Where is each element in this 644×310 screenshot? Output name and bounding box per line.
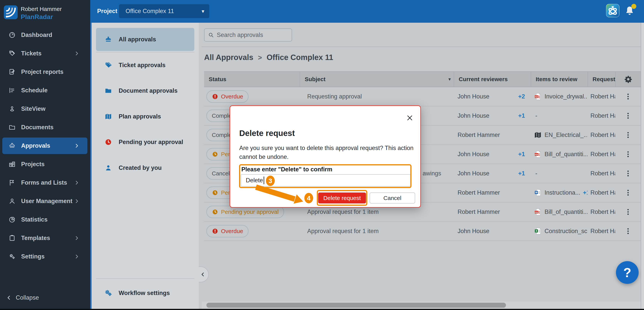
sidebar-item-forms-and-lists[interactable]: Forms and Lists xyxy=(2,175,87,191)
sidebar-item-projects[interactable]: Projects xyxy=(2,156,87,173)
requester-name: Robert Ha xyxy=(590,209,615,215)
requester-name: Robert Ha xyxy=(590,112,615,119)
column-header-status[interactable]: Status xyxy=(204,72,300,87)
more-reviewers-count[interactable]: +2 xyxy=(518,93,525,100)
divider xyxy=(96,52,194,52)
row-menu-kebab-icon[interactable] xyxy=(624,227,632,236)
row-menu-kebab-icon[interactable] xyxy=(624,92,632,101)
sidebar-item-settings[interactable]: Settings xyxy=(2,248,87,265)
project-selector[interactable]: Office Complex 11 ▾ xyxy=(119,4,209,18)
sidebar-item-label: Forms and Lists xyxy=(21,179,67,186)
breadcrumb-current: Office Complex 11 xyxy=(266,53,333,62)
sidebar-item-templates[interactable]: Templates xyxy=(2,230,87,246)
subnav-item-plan-approvals[interactable]: Plan approvals xyxy=(96,105,194,128)
item-file-name[interactable]: Construction_sc... xyxy=(544,228,588,235)
breadcrumb-parent[interactable]: All Approvals xyxy=(204,53,253,62)
modal-body-line2: cannot be undone. xyxy=(239,152,414,161)
excel-file-icon: X xyxy=(534,227,542,235)
notification-bell-icon[interactable] xyxy=(624,5,636,17)
divider xyxy=(96,278,194,279)
sidebar-item-label: SiteView xyxy=(21,105,46,112)
item-file-name[interactable]: Bill_of_quantiti... xyxy=(544,151,588,158)
column-header-items-to-review[interactable]: Items to review xyxy=(531,72,588,87)
more-reviewers-count[interactable]: +1 xyxy=(518,151,525,158)
row-menu-kebab-icon[interactable] xyxy=(624,207,632,217)
text-cursor xyxy=(264,177,264,184)
column-header-current-reviewers[interactable]: Current reviewers xyxy=(454,72,531,87)
chevron-right-icon xyxy=(74,51,80,56)
cancel-button[interactable]: Cancel xyxy=(370,193,415,204)
more-reviewers-count[interactable]: +1 xyxy=(518,170,525,177)
row-menu-kebab-icon[interactable] xyxy=(624,130,632,140)
sidebar-item-project-reports[interactable]: Project reports xyxy=(2,64,87,80)
subnav-item-pending-your-approval[interactable]: Pending your approval xyxy=(96,130,194,154)
item-file-name[interactable]: Instructiona... xyxy=(544,189,580,196)
subnav-item-created-by-you[interactable]: Created by you xyxy=(96,156,194,180)
column-header-requester[interactable]: Requester xyxy=(588,72,615,87)
requester-name: Robert Ha xyxy=(590,131,615,138)
subnav-item-label: Workflow settings xyxy=(119,290,170,296)
svg-text:PDF: PDF xyxy=(535,211,538,213)
subnav-item-document-approvals[interactable]: Document approvals xyxy=(96,79,194,102)
subnav-item-ticket-approvals[interactable]: Ticket approvals xyxy=(96,54,194,77)
approval-row-1[interactable]: OverdueRequesting approvalJohn House+2PD… xyxy=(204,87,641,106)
sidebar-item-statistics[interactable]: Statistics xyxy=(2,211,87,228)
notification-dot xyxy=(631,4,636,9)
sidebar-item-user-management[interactable]: User Management xyxy=(2,193,87,209)
sidebar-collapse-button[interactable]: Collapse xyxy=(6,294,39,301)
search-input[interactable] xyxy=(217,32,286,39)
subject-text: Approval request for 1 item xyxy=(307,228,379,235)
modal-body-line1: Are you sure you want to delete this app… xyxy=(239,144,414,152)
current-reviewer: John House xyxy=(458,228,489,235)
user-block[interactable]: Robert Hammer PlanRadar xyxy=(4,5,86,20)
column-header-subject[interactable]: Subject▾ xyxy=(300,72,454,87)
current-reviewer: John House xyxy=(458,112,489,119)
sidebar-item-siteview[interactable]: SiteView xyxy=(2,101,87,117)
subnav-item-all-approvals[interactable]: All approvals xyxy=(96,28,194,51)
subnav-item-label: Document approvals xyxy=(119,87,178,94)
sidebar-item-label: Project reports xyxy=(21,68,64,75)
horizontal-scrollbar[interactable] xyxy=(202,301,641,309)
confirm-instruction-label: Please enter "Delete" to confirm xyxy=(241,166,332,173)
siteview-icon xyxy=(8,105,16,112)
approval-row-8[interactable]: OverdueApproval request for 1 itemJohn H… xyxy=(204,222,641,241)
subnav-item-label: All approvals xyxy=(119,36,156,43)
sidebar-item-approvals[interactable]: Approvals xyxy=(2,137,87,154)
column-settings-gear-button[interactable] xyxy=(615,72,641,87)
subject-text: Requesting approval xyxy=(307,93,362,100)
sidebar-item-documents[interactable]: Documents xyxy=(2,119,87,135)
row-menu-kebab-icon[interactable] xyxy=(624,111,632,120)
delete-request-button[interactable]: Delete request xyxy=(318,193,366,204)
user-icon xyxy=(8,198,16,205)
word-file-icon: W xyxy=(534,189,542,197)
horizontal-scrollbar-thumb[interactable] xyxy=(206,303,506,308)
item-file-name[interactable]: EN_Electrical_... xyxy=(544,131,588,138)
row-menu-kebab-icon[interactable] xyxy=(624,169,632,178)
sidebar-item-dashboard[interactable]: Dashboard xyxy=(2,27,87,43)
main-sidebar: Robert Hammer PlanRadar DashboardTickets… xyxy=(0,0,90,310)
sidebar-item-schedule[interactable]: Schedule xyxy=(2,82,87,99)
modal-title: Delete request xyxy=(239,129,295,138)
more-reviewers-count[interactable]: +1 xyxy=(518,112,525,119)
vertical-scrollbar[interactable] xyxy=(641,23,644,310)
more-items-count[interactable]: +1 xyxy=(583,189,588,196)
item-file-name[interactable]: Bill_of_quantiti... xyxy=(544,209,588,215)
help-button[interactable]: ? xyxy=(616,261,638,284)
sidebar-item-tickets[interactable]: Tickets xyxy=(2,45,87,62)
sort-caret-icon[interactable]: ▾ xyxy=(448,77,451,82)
annotation-step-4-badge: 4 xyxy=(304,193,313,203)
requester-name: Robert Ha xyxy=(590,170,615,177)
pending-clock-icon xyxy=(212,151,218,158)
current-reviewer: Robert Hammer xyxy=(458,131,500,138)
item-file-name[interactable]: Invoice_drywal... xyxy=(544,93,588,100)
chevron-right-icon xyxy=(74,143,80,149)
gear-icon xyxy=(624,75,633,84)
subnav-item-workflow-settings[interactable]: Workflow settings xyxy=(96,281,194,304)
row-menu-kebab-icon[interactable] xyxy=(624,188,632,197)
row-menu-kebab-icon[interactable] xyxy=(624,149,632,159)
search-approvals-box xyxy=(204,29,292,42)
close-icon[interactable] xyxy=(406,114,414,122)
app-switcher-icon[interactable] xyxy=(606,4,620,17)
chevron-down-icon: ▾ xyxy=(202,8,204,15)
subnav-item-label: Plan approvals xyxy=(119,113,161,120)
